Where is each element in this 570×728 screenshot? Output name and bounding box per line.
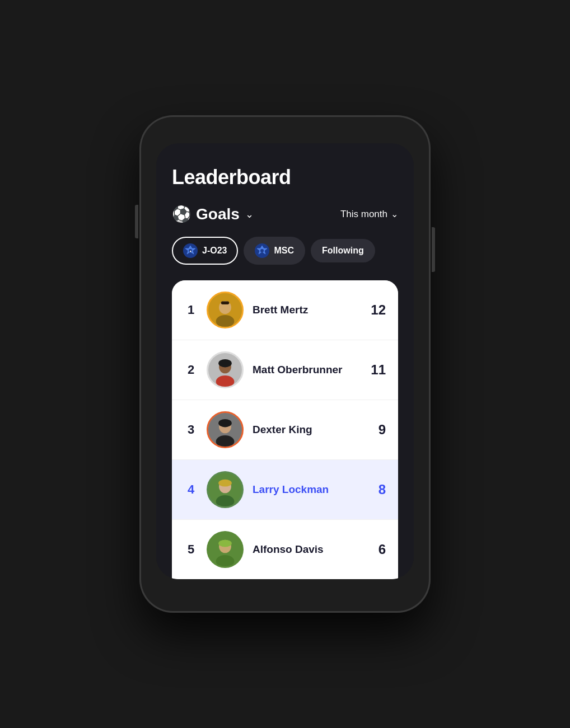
avatar-alfonso xyxy=(207,531,244,568)
time-label: This month xyxy=(340,209,387,220)
tab-msc-label: MSC xyxy=(274,246,294,256)
category-chevron-icon: ⌄ xyxy=(245,208,254,220)
team-badge-j-o23-icon: ★ xyxy=(183,243,198,258)
page-title: Leaderboard xyxy=(172,166,398,189)
avatar-larry-img xyxy=(208,471,242,508)
avatar-brett xyxy=(207,292,244,328)
tabs-row: ★ J-O23 MSC Following xyxy=(172,237,398,265)
soccer-ball-icon: ⚽ xyxy=(172,205,191,223)
player-name-4: Larry Lockman xyxy=(253,483,370,496)
time-chevron-icon: ⌄ xyxy=(391,209,398,219)
table-row[interactable]: 3 Dexter King 9 xyxy=(172,400,398,460)
avatar-larry xyxy=(207,471,244,508)
tab-following-label: Following xyxy=(322,246,364,256)
avatar-2-wrapper xyxy=(207,351,244,388)
svg-point-13 xyxy=(216,375,235,388)
phone-frame: Leaderboard ⚽ Goals ⌄ This month ⌄ ★ xyxy=(139,115,431,613)
avatar-alfonso-img xyxy=(208,531,242,568)
svg-point-26 xyxy=(218,540,232,547)
player-name-2: Matt Oberbrunner xyxy=(253,364,362,376)
player-name-1: Brett Mertz xyxy=(253,304,362,316)
rank-5: 5 xyxy=(184,542,198,557)
score-3: 9 xyxy=(379,422,386,438)
tab-following[interactable]: Following xyxy=(311,239,375,262)
avatar-brett-img xyxy=(208,292,242,328)
player-name-5: Alfonso Davis xyxy=(253,543,370,556)
avatar-dexter xyxy=(207,411,244,448)
tab-j-o23[interactable]: ★ J-O23 xyxy=(172,237,238,265)
screen: Leaderboard ⚽ Goals ⌄ This month ⌄ ★ xyxy=(156,143,414,579)
filter-row: ⚽ Goals ⌄ This month ⌄ xyxy=(172,205,398,223)
svg-point-21 xyxy=(216,495,235,508)
avatar-matt-img xyxy=(208,351,242,388)
avatar-3-wrapper xyxy=(207,411,244,448)
avatar-dexter-img xyxy=(208,411,242,448)
table-row[interactable]: 4 Larry Lockman 8 xyxy=(172,460,398,520)
table-row[interactable]: 1 Brett Mertz 12 xyxy=(172,280,398,340)
player-name-3: Dexter King xyxy=(253,424,370,436)
rank-1: 1 xyxy=(184,303,198,317)
svg-point-17 xyxy=(216,435,235,448)
svg-point-22 xyxy=(218,480,232,487)
svg-point-18 xyxy=(218,419,232,428)
table-row[interactable]: 5 Alfonso Davis 6 xyxy=(172,520,398,579)
avatar-5-wrapper xyxy=(207,531,244,568)
avatar-1-wrapper xyxy=(207,292,244,328)
category-selector[interactable]: ⚽ Goals ⌄ xyxy=(172,205,254,223)
rank-4: 4 xyxy=(184,482,198,497)
svg-rect-10 xyxy=(221,302,230,304)
category-label: Goals xyxy=(196,205,240,223)
avatar-matt xyxy=(207,351,244,388)
score-4: 8 xyxy=(379,482,386,497)
tab-j-o23-label: J-O23 xyxy=(202,246,227,256)
svg-point-25 xyxy=(216,555,235,567)
team-badge-msc-icon xyxy=(255,243,269,258)
rank-2: 2 xyxy=(184,363,198,377)
leaderboard-list: 1 Brett Mertz 12 2 xyxy=(172,280,398,579)
svg-point-14 xyxy=(218,359,232,368)
avatar-4-wrapper xyxy=(207,471,244,508)
time-selector[interactable]: This month ⌄ xyxy=(340,209,398,220)
score-2: 11 xyxy=(371,362,386,378)
rank-3: 3 xyxy=(184,422,198,437)
score-5: 6 xyxy=(379,542,386,557)
svg-point-9 xyxy=(216,315,235,327)
table-row[interactable]: 2 Matt Oberbrunner 11 xyxy=(172,340,398,400)
svg-point-6 xyxy=(260,249,264,252)
tab-msc[interactable]: MSC xyxy=(244,237,305,265)
score-1: 12 xyxy=(371,302,386,318)
